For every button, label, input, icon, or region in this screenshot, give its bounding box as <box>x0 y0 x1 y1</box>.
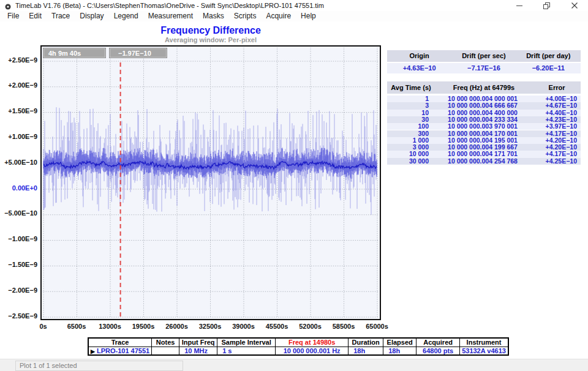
origin-value-cell: +4.63E−10 <box>387 63 451 73</box>
avg-table-row: 310 000 000.004 666 667+4.67E−10 <box>387 102 581 109</box>
restore-button[interactable] <box>533 0 560 11</box>
avg-freq-cell: 10 000 000.004 400 000 <box>430 110 535 116</box>
avg-header-cell: Error <box>533 81 581 94</box>
plot-area[interactable]: 4h 9m 40s −1.97E−10 <box>40 45 381 320</box>
trace-value-cell: 53132A v4613 <box>460 347 508 355</box>
y-tick-label: −5.00E−10 <box>0 209 37 217</box>
avg-time-cell: 10 <box>387 110 430 116</box>
avg-error-cell: +4.25E−10 <box>535 158 581 165</box>
trace-header-elapsed: Elapsed <box>383 338 417 347</box>
x-tick-label: 52000s <box>292 323 330 331</box>
avg-error-cell: +4.67E−10 <box>535 102 581 109</box>
avg-freq-cell: 10 000 000.004 233 334 <box>430 116 535 123</box>
avg-error-cell: +4.20E−10 <box>535 144 581 151</box>
avg-table-row: 3010 000 000.004 233 334+4.23E−10 <box>387 116 581 123</box>
origin-table-header: OriginDrift (per sec)Drift (per day) <box>387 50 581 62</box>
y-tick-label: +5.00E−10 <box>0 159 37 167</box>
menu-scripts[interactable]: Scripts <box>229 11 262 21</box>
close-icon <box>571 2 578 9</box>
trace-value-cell: 10 MHz <box>179 347 217 355</box>
y-tick-label: +2.00E−9 <box>0 81 37 89</box>
x-tick-label: 39000s <box>225 323 263 331</box>
trace-table-row[interactable]: ▶LPRO-101 4755110 MHz1 s10 000 000.001 H… <box>88 347 508 355</box>
avg-time-cell: 1 <box>387 96 430 102</box>
avg-table-row: 10010 000 000.003 970 001+3.97E−10 <box>387 123 581 130</box>
avg-time-cell: 1 000 <box>387 137 430 144</box>
avg-freq-cell: 10 000 000.004 000 001 <box>430 96 535 102</box>
avg-time-cell: 3 000 <box>387 144 430 151</box>
menu-legend[interactable]: Legend <box>109 11 143 21</box>
trace-header-sample-interval: Sample Interval <box>217 338 276 347</box>
origin-header-cell: Drift (per day) <box>516 50 581 62</box>
menu-file[interactable]: File <box>2 11 24 21</box>
y-tick-label: −1.50E−9 <box>0 261 37 269</box>
status-text: Plot 1 of 1 selected <box>15 361 183 371</box>
close-button[interactable] <box>560 0 588 11</box>
menu-help[interactable]: Help <box>296 11 321 21</box>
menu-acquire[interactable]: Acquire <box>261 11 296 21</box>
trace-value-cell <box>152 347 179 355</box>
avg-freq-cell: 10 000 000.004 195 001 <box>430 137 535 144</box>
avg-time-cell: 30 000 <box>387 158 430 165</box>
trace-value-cell: 18h <box>383 347 417 355</box>
menu-display[interactable]: Display <box>75 11 108 21</box>
avg-error-cell: +4.40E−10 <box>535 110 581 116</box>
window-controls <box>505 0 588 11</box>
avg-error-cell: +4.23E−10 <box>535 116 581 123</box>
menu-masks[interactable]: Masks <box>198 11 229 21</box>
avg-error-cell: +4.17E−10 <box>535 130 581 137</box>
avg-freq-cell: 10 000 000.003 970 001 <box>430 123 535 130</box>
trace-header-input-freq: Input Freq <box>179 338 217 347</box>
title-bar: TimeLab V1.76 (Beta) - C:\Users\StephenT… <box>0 0 588 11</box>
menu-trace[interactable]: Trace <box>47 11 75 21</box>
x-tick-label: 19500s <box>124 323 162 331</box>
avg-table-row: 30 00010 000 000.004 254 768+4.25E−10 <box>387 158 581 165</box>
avg-error-cell: +4.00E−10 <box>535 96 581 102</box>
avg-freq-cell: 10 000 000.004 666 667 <box>430 102 535 109</box>
origin-table-values: +4.63E−10−7.17E−16−6.20E−11 <box>387 63 581 73</box>
origin-header-cell: Origin <box>387 50 451 62</box>
y-tick-label: +1.50E−9 <box>0 107 37 115</box>
y-tick-label: −2.00E−9 <box>0 287 37 294</box>
menu-bar: FileEditTraceDisplayLegendMeasurementMas… <box>0 11 588 21</box>
avg-header-cell: Freq (Hz) at 64799s <box>435 81 533 94</box>
trace-header-duration: Duration <box>349 338 383 347</box>
minimize-button[interactable] <box>505 0 533 11</box>
avg-table-row: 3 00010 000 000.004 199 667+4.20E−10 <box>387 144 581 151</box>
menu-measurement[interactable]: Measurement <box>143 11 198 21</box>
avg-table-row: 1 00010 000 000.004 195 001+4.20E−10 <box>387 137 581 144</box>
trace-header-instrument: Instrument <box>460 338 508 347</box>
cursor-value-badge: −1.97E−10 <box>110 48 167 58</box>
avg-time-cell: 100 <box>387 123 430 130</box>
minimize-icon <box>516 2 522 9</box>
cursor-time-badge: 4h 9m 40s <box>43 48 105 58</box>
y-tick-label: +2.50E−9 <box>0 56 37 64</box>
avg-freq-cell: 10 000 000.004 199 667 <box>430 144 535 151</box>
origin-value-cell: −7.17E−16 <box>451 63 516 73</box>
window-title: TimeLab V1.76 (Beta) - C:\Users\StephenT… <box>15 2 324 9</box>
x-tick-label: 45500s <box>258 323 296 331</box>
app-icon <box>4 2 12 9</box>
x-tick-label: 26000s <box>158 323 196 331</box>
avg-freq-cell: 10 000 000.004 170 001 <box>430 130 535 137</box>
chart-subtitle: Averaging window: Per-pixel <box>40 36 381 43</box>
trace-header-acquired: Acquired <box>417 338 460 347</box>
restore-icon <box>543 2 550 9</box>
y-tick-label: 0.00E+0 <box>0 184 37 192</box>
menu-edit[interactable]: Edit <box>24 11 47 21</box>
avg-table-header: Avg Time (s)Freq (Hz) at 64799sError <box>387 81 581 94</box>
avg-table-row: 1010 000 000.004 400 000+4.40E−10 <box>387 110 581 116</box>
frequency-plot-svg <box>42 47 380 319</box>
avg-table-row: 10 00010 000 000.004 171 701+4.17E−10 <box>387 151 581 157</box>
origin-value-cell: −6.20E−11 <box>516 63 581 73</box>
avg-time-cell: 3 <box>387 102 430 109</box>
x-tick-label: 6500s <box>58 323 96 331</box>
trace-value-cell: ▶LPRO-101 47551 <box>88 347 152 355</box>
trace-value-cell: 1 s <box>217 347 276 355</box>
trace-value-cell: 64800 pts <box>417 347 460 355</box>
y-tick-label: +1.00E−9 <box>0 133 37 141</box>
x-tick-label: 32500s <box>191 323 229 331</box>
trace-header-freq-at-14980s: Freq at 14980s <box>276 338 349 347</box>
avg-time-cell: 30 <box>387 116 430 123</box>
x-tick-label: 65000s <box>358 323 396 331</box>
